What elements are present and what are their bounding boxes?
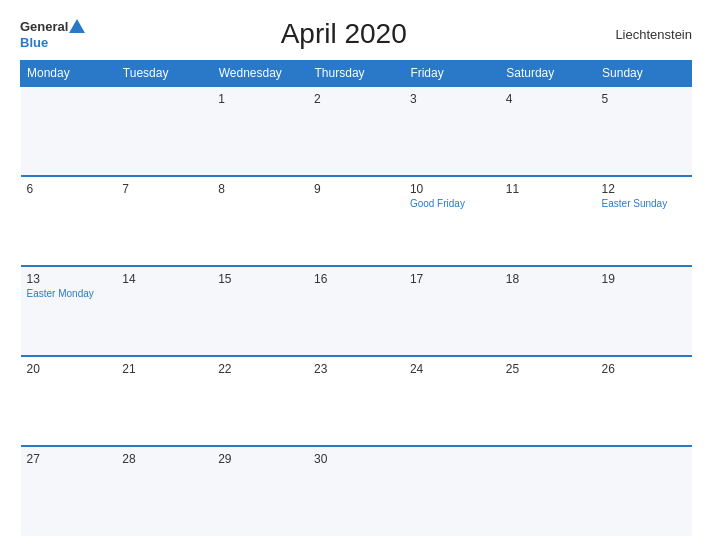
calendar-cell — [116, 86, 212, 176]
calendar-cell: 20 — [21, 356, 117, 446]
calendar-cell: 15 — [212, 266, 308, 356]
day-number: 29 — [218, 452, 302, 466]
day-number: 28 — [122, 452, 206, 466]
day-number: 9 — [314, 182, 398, 196]
calendar-week-row: 20212223242526 — [21, 356, 692, 446]
day-number: 10 — [410, 182, 494, 196]
day-number: 22 — [218, 362, 302, 376]
calendar-cell: 27 — [21, 446, 117, 536]
day-number: 3 — [410, 92, 494, 106]
day-number: 26 — [602, 362, 686, 376]
calendar-week-row: 13Easter Monday141516171819 — [21, 266, 692, 356]
calendar-cell: 26 — [596, 356, 692, 446]
calendar-cell: 14 — [116, 266, 212, 356]
calendar-week-row: 12345 — [21, 86, 692, 176]
calendar-cell: 4 — [500, 86, 596, 176]
calendar-cell: 24 — [404, 356, 500, 446]
holiday-label: Easter Sunday — [602, 198, 686, 209]
calendar-cell: 6 — [21, 176, 117, 266]
calendar-cell — [596, 446, 692, 536]
calendar-cell: 3 — [404, 86, 500, 176]
day-number: 27 — [27, 452, 111, 466]
calendar-cell: 22 — [212, 356, 308, 446]
logo-general: General — [20, 19, 68, 34]
country-label: Liechtenstein — [602, 27, 692, 42]
day-number: 25 — [506, 362, 590, 376]
weekday-header-row: MondayTuesdayWednesdayThursdayFridaySatu… — [21, 61, 692, 87]
calendar-header: General Blue April 2020 Liechtenstein — [20, 18, 692, 50]
calendar-cell: 1 — [212, 86, 308, 176]
holiday-label: Good Friday — [410, 198, 494, 209]
calendar-cell: 19 — [596, 266, 692, 356]
calendar-cell: 30 — [308, 446, 404, 536]
day-number: 8 — [218, 182, 302, 196]
calendar-cell: 25 — [500, 356, 596, 446]
calendar-cell: 21 — [116, 356, 212, 446]
calendar-cell — [21, 86, 117, 176]
calendar-cell: 10Good Friday — [404, 176, 500, 266]
day-number: 30 — [314, 452, 398, 466]
weekday-header: Sunday — [596, 61, 692, 87]
weekday-header: Tuesday — [116, 61, 212, 87]
day-number: 7 — [122, 182, 206, 196]
day-number: 19 — [602, 272, 686, 286]
weekday-header: Friday — [404, 61, 500, 87]
day-number: 23 — [314, 362, 398, 376]
calendar-cell — [404, 446, 500, 536]
day-number: 15 — [218, 272, 302, 286]
calendar-cell: 23 — [308, 356, 404, 446]
calendar-cell — [500, 446, 596, 536]
weekday-header: Wednesday — [212, 61, 308, 87]
calendar-cell: 16 — [308, 266, 404, 356]
calendar-cell: 9 — [308, 176, 404, 266]
day-number: 20 — [27, 362, 111, 376]
logo-triangle-icon — [69, 19, 85, 33]
weekday-header: Monday — [21, 61, 117, 87]
calendar-cell: 18 — [500, 266, 596, 356]
day-number: 18 — [506, 272, 590, 286]
day-number: 1 — [218, 92, 302, 106]
logo: General Blue — [20, 19, 85, 50]
logo-blue: Blue — [20, 35, 48, 50]
calendar-table: MondayTuesdayWednesdayThursdayFridaySatu… — [20, 60, 692, 536]
day-number: 24 — [410, 362, 494, 376]
holiday-label: Easter Monday — [27, 288, 111, 299]
weekday-header: Saturday — [500, 61, 596, 87]
calendar-cell: 8 — [212, 176, 308, 266]
calendar-cell: 29 — [212, 446, 308, 536]
day-number: 5 — [602, 92, 686, 106]
day-number: 6 — [27, 182, 111, 196]
day-number: 2 — [314, 92, 398, 106]
calendar-cell: 7 — [116, 176, 212, 266]
day-number: 17 — [410, 272, 494, 286]
calendar-cell: 12Easter Sunday — [596, 176, 692, 266]
calendar-cell: 2 — [308, 86, 404, 176]
calendar-week-row: 27282930 — [21, 446, 692, 536]
weekday-header: Thursday — [308, 61, 404, 87]
calendar-cell: 28 — [116, 446, 212, 536]
calendar-cell: 5 — [596, 86, 692, 176]
calendar-title: April 2020 — [85, 18, 602, 50]
calendar-cell: 13Easter Monday — [21, 266, 117, 356]
day-number: 13 — [27, 272, 111, 286]
calendar-week-row: 678910Good Friday1112Easter Sunday — [21, 176, 692, 266]
day-number: 11 — [506, 182, 590, 196]
day-number: 12 — [602, 182, 686, 196]
day-number: 16 — [314, 272, 398, 286]
day-number: 4 — [506, 92, 590, 106]
day-number: 21 — [122, 362, 206, 376]
day-number: 14 — [122, 272, 206, 286]
calendar-cell: 11 — [500, 176, 596, 266]
calendar-cell: 17 — [404, 266, 500, 356]
